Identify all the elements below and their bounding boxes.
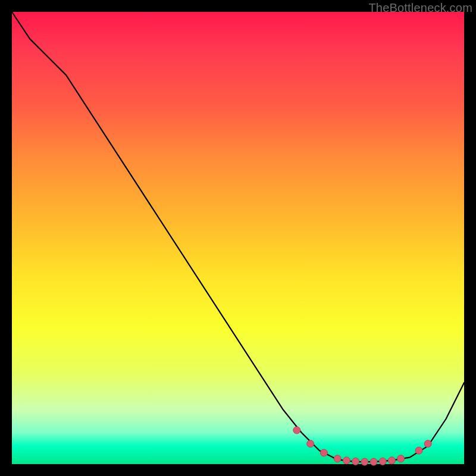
- highlight-dot: [388, 457, 395, 464]
- highlight-dot: [397, 455, 405, 462]
- highlight-dot: [320, 449, 327, 456]
- highlight-dot: [343, 457, 350, 464]
- highlight-dot: [352, 458, 359, 465]
- highlight-dot: [361, 458, 368, 465]
- highlight-dot: [415, 447, 422, 454]
- chart-overlay-svg: [12, 12, 464, 464]
- highlight-dot: [370, 458, 377, 465]
- highlight-dot: [424, 440, 431, 447]
- highlight-dot: [379, 458, 386, 465]
- highlight-dot: [307, 440, 314, 447]
- bottleneck-curve: [12, 12, 464, 462]
- highlight-dot: [334, 455, 341, 462]
- highlight-dot: [293, 427, 300, 434]
- chart-frame: TheBottleneck.com: [0, 0, 476, 476]
